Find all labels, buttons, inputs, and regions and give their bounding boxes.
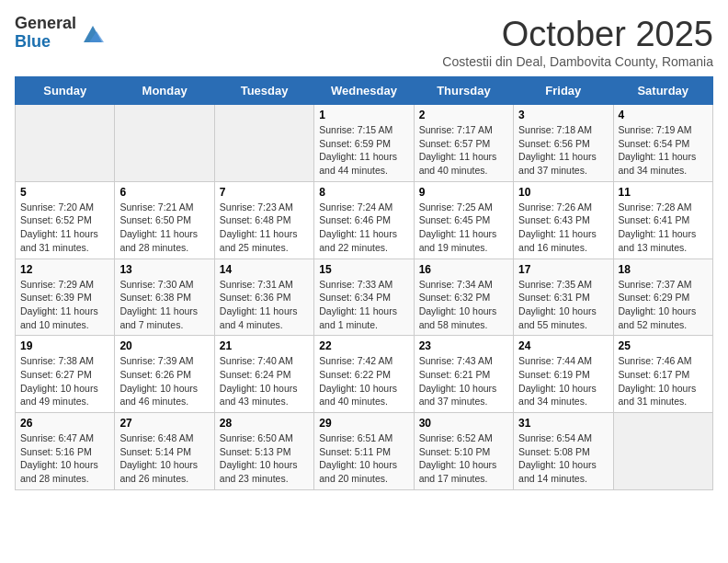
weekday-header-wednesday: Wednesday [314,77,414,105]
day-info: Sunrise: 6:50 AM Sunset: 5:13 PM Dayligh… [220,431,309,486]
day-number: 7 [220,186,309,199]
calendar-cell: 18Sunrise: 7:37 AM Sunset: 6:29 PM Dayli… [613,259,712,336]
calendar-cell: 3Sunrise: 7:18 AM Sunset: 6:56 PM Daylig… [514,105,613,182]
subtitle: Costestii din Deal, Dambovita County, Ro… [442,54,713,69]
logo-icon [80,20,106,46]
day-info: Sunrise: 7:37 AM Sunset: 6:29 PM Dayligh… [619,278,708,332]
day-info: Sunrise: 7:19 AM Sunset: 6:54 PM Dayligh… [619,123,708,178]
day-number: 9 [419,186,508,199]
day-info: Sunrise: 7:20 AM Sunset: 6:52 PM Dayligh… [20,201,109,255]
day-info: Sunrise: 7:33 AM Sunset: 6:34 PM Dayligh… [319,278,408,332]
calendar-cell: 7Sunrise: 7:23 AM Sunset: 6:48 PM Daylig… [214,181,313,259]
calendar-cell: 14Sunrise: 7:31 AM Sunset: 6:36 PM Dayli… [214,259,313,336]
weekday-header-monday: Monday [115,77,214,105]
day-info: Sunrise: 7:42 AM Sunset: 6:22 PM Dayligh… [319,354,408,408]
calendar-cell: 25Sunrise: 7:46 AM Sunset: 6:17 PM Dayli… [613,336,712,413]
day-info: Sunrise: 6:54 AM Sunset: 5:08 PM Dayligh… [518,431,608,486]
logo-blue-text: Blue [15,33,76,52]
day-info: Sunrise: 6:47 AM Sunset: 5:16 PM Dayligh… [20,431,109,486]
day-number: 8 [319,186,408,199]
calendar-cell: 24Sunrise: 7:44 AM Sunset: 6:19 PM Dayli… [514,336,613,413]
logo-general-text: General [15,15,76,33]
calendar-cell: 26Sunrise: 6:47 AM Sunset: 5:16 PM Dayli… [16,413,115,490]
calendar-cell: 31Sunrise: 6:54 AM Sunset: 5:08 PM Dayli… [514,413,613,490]
day-number: 1 [319,109,408,121]
day-number: 10 [518,186,608,199]
calendar-cell: 4Sunrise: 7:19 AM Sunset: 6:54 PM Daylig… [613,105,712,182]
day-info: Sunrise: 7:26 AM Sunset: 6:43 PM Dayligh… [518,201,608,255]
day-info: Sunrise: 7:28 AM Sunset: 6:41 PM Dayligh… [619,201,708,255]
day-info: Sunrise: 6:52 AM Sunset: 5:10 PM Dayligh… [419,431,508,486]
month-title: October 2025 [442,15,713,54]
day-info: Sunrise: 6:48 AM Sunset: 5:14 PM Dayligh… [119,431,209,486]
day-number: 15 [319,263,408,276]
day-number: 28 [220,417,309,430]
calendar-cell: 30Sunrise: 6:52 AM Sunset: 5:10 PM Dayli… [414,413,513,490]
day-number: 31 [518,417,608,430]
day-number: 25 [619,339,708,352]
calendar-week-3: 12Sunrise: 7:29 AM Sunset: 6:39 PM Dayli… [16,259,713,336]
day-info: Sunrise: 7:23 AM Sunset: 6:48 PM Dayligh… [220,201,309,255]
day-number: 22 [319,339,408,352]
calendar-table: SundayMondayTuesdayWednesdayThursdayFrid… [15,76,713,490]
calendar-cell: 5Sunrise: 7:20 AM Sunset: 6:52 PM Daylig… [16,181,115,259]
calendar-cell: 22Sunrise: 7:42 AM Sunset: 6:22 PM Dayli… [314,336,414,413]
day-number: 23 [419,339,508,352]
calendar-cell: 17Sunrise: 7:35 AM Sunset: 6:31 PM Dayli… [514,259,613,336]
day-number: 11 [619,186,708,199]
calendar-cell: 20Sunrise: 7:39 AM Sunset: 6:26 PM Dayli… [115,336,214,413]
day-info: Sunrise: 7:39 AM Sunset: 6:26 PM Dayligh… [119,354,209,408]
page-header: General Blue October 2025 Costestii din … [15,15,713,69]
calendar-cell: 10Sunrise: 7:26 AM Sunset: 6:43 PM Dayli… [514,181,613,259]
title-block: October 2025 Costestii din Deal, Dambovi… [442,15,713,69]
day-number: 4 [619,109,708,121]
weekday-header-sunday: Sunday [16,77,115,105]
day-number: 20 [119,339,209,352]
calendar-cell: 8Sunrise: 7:24 AM Sunset: 6:46 PM Daylig… [314,181,414,259]
day-info: Sunrise: 7:25 AM Sunset: 6:45 PM Dayligh… [419,201,508,255]
day-number: 13 [119,263,209,276]
day-number: 17 [518,263,608,276]
day-info: Sunrise: 7:40 AM Sunset: 6:24 PM Dayligh… [220,354,309,408]
day-info: Sunrise: 7:43 AM Sunset: 6:21 PM Dayligh… [419,354,508,408]
weekday-header-saturday: Saturday [613,77,712,105]
day-number: 5 [20,186,109,199]
calendar-cell: 27Sunrise: 6:48 AM Sunset: 5:14 PM Dayli… [115,413,214,490]
calendar-cell [115,105,214,182]
day-number: 6 [119,186,209,199]
day-number: 18 [619,263,708,276]
day-info: Sunrise: 7:18 AM Sunset: 6:56 PM Dayligh… [518,123,608,178]
calendar-cell [214,105,313,182]
day-info: Sunrise: 7:15 AM Sunset: 6:59 PM Dayligh… [319,123,408,178]
day-number: 2 [419,109,508,121]
day-number: 16 [419,263,508,276]
calendar-cell: 23Sunrise: 7:43 AM Sunset: 6:21 PM Dayli… [414,336,513,413]
calendar-cell: 9Sunrise: 7:25 AM Sunset: 6:45 PM Daylig… [414,181,513,259]
calendar-cell: 11Sunrise: 7:28 AM Sunset: 6:41 PM Dayli… [613,181,712,259]
calendar-cell: 16Sunrise: 7:34 AM Sunset: 6:32 PM Dayli… [414,259,513,336]
day-number: 26 [20,417,109,430]
calendar-cell: 13Sunrise: 7:30 AM Sunset: 6:38 PM Dayli… [115,259,214,336]
calendar-cell: 29Sunrise: 6:51 AM Sunset: 5:11 PM Dayli… [314,413,414,490]
calendar-cell: 21Sunrise: 7:40 AM Sunset: 6:24 PM Dayli… [214,336,313,413]
day-info: Sunrise: 7:29 AM Sunset: 6:39 PM Dayligh… [20,278,109,332]
calendar-cell: 15Sunrise: 7:33 AM Sunset: 6:34 PM Dayli… [314,259,414,336]
day-info: Sunrise: 7:31 AM Sunset: 6:36 PM Dayligh… [220,278,309,332]
weekday-header-thursday: Thursday [414,77,513,105]
day-info: Sunrise: 7:24 AM Sunset: 6:46 PM Dayligh… [319,201,408,255]
calendar-cell: 6Sunrise: 7:21 AM Sunset: 6:50 PM Daylig… [115,181,214,259]
calendar-week-4: 19Sunrise: 7:38 AM Sunset: 6:27 PM Dayli… [16,336,713,413]
day-info: Sunrise: 7:38 AM Sunset: 6:27 PM Dayligh… [20,354,109,408]
calendar-cell: 19Sunrise: 7:38 AM Sunset: 6:27 PM Dayli… [16,336,115,413]
calendar-cell: 12Sunrise: 7:29 AM Sunset: 6:39 PM Dayli… [16,259,115,336]
day-number: 14 [220,263,309,276]
day-number: 19 [20,339,109,352]
day-info: Sunrise: 7:30 AM Sunset: 6:38 PM Dayligh… [119,278,209,332]
day-number: 30 [419,417,508,430]
calendar-week-1: 1Sunrise: 7:15 AM Sunset: 6:59 PM Daylig… [16,105,713,182]
day-info: Sunrise: 7:21 AM Sunset: 6:50 PM Dayligh… [119,201,209,255]
calendar-week-5: 26Sunrise: 6:47 AM Sunset: 5:16 PM Dayli… [16,413,713,490]
calendar-cell [613,413,712,490]
calendar-cell: 2Sunrise: 7:17 AM Sunset: 6:57 PM Daylig… [414,105,513,182]
calendar-cell: 1Sunrise: 7:15 AM Sunset: 6:59 PM Daylig… [314,105,414,182]
